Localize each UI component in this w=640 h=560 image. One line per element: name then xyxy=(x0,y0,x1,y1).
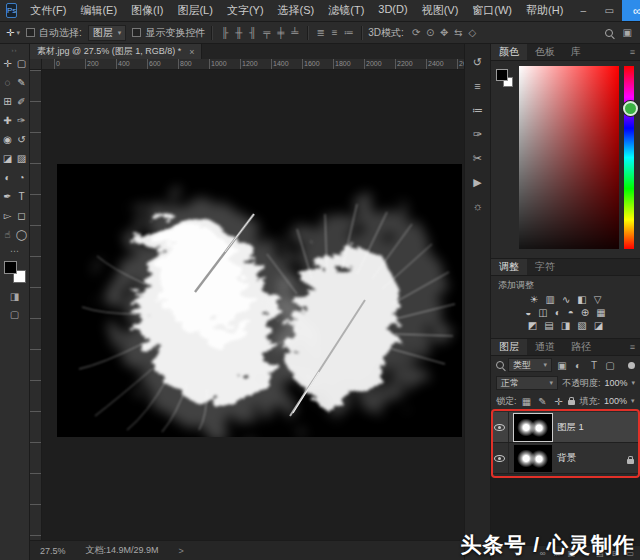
zoom-tool[interactable]: ◯ xyxy=(15,225,29,244)
distribute-top-icon[interactable]: ≣ xyxy=(314,27,327,38)
color-swatches[interactable] xyxy=(4,261,26,283)
shape-tool[interactable]: ◻ xyxy=(15,206,29,225)
saturation-square[interactable] xyxy=(519,66,619,249)
path-select-tool[interactable]: ▻ xyxy=(1,206,15,225)
actions-icon[interactable]: ▶ xyxy=(465,170,490,194)
layer-row-background[interactable]: 背景 xyxy=(491,443,640,474)
3d-slide-icon[interactable]: ⇆ xyxy=(452,27,465,38)
status-more-button[interactable]: > xyxy=(179,546,184,556)
3d-rotate-icon[interactable]: ⟳ xyxy=(410,27,423,38)
gradient-map-icon[interactable]: ▧ xyxy=(577,319,586,332)
hue-strip[interactable] xyxy=(624,66,634,249)
minimize-button[interactable]: – xyxy=(570,0,596,21)
filter-toggle-icon[interactable] xyxy=(628,362,635,369)
menu-item[interactable]: 图像(I) xyxy=(124,3,170,18)
blend-mode-dropdown[interactable]: 正常 ▾ xyxy=(496,376,558,390)
threshold-icon[interactable]: ◨ xyxy=(561,319,570,332)
auto-select-checkbox[interactable]: 自动选择: xyxy=(26,26,82,40)
close-tab-icon[interactable]: × xyxy=(189,47,194,57)
hue-saturation-icon[interactable]: ◒ xyxy=(525,306,531,319)
lock-transparency-icon[interactable]: ▦ xyxy=(520,396,532,407)
menu-item[interactable]: 3D(D) xyxy=(371,3,414,18)
lock-all-icon[interactable] xyxy=(568,400,575,405)
align-middle-icon[interactable]: ╪ xyxy=(274,27,287,38)
menu-item[interactable]: 文件(F) xyxy=(23,3,73,18)
vibrance-icon[interactable]: ▽ xyxy=(594,293,602,306)
quick-select-tool[interactable]: ✎ xyxy=(15,73,29,92)
horizontal-ruler[interactable]: 0200400600800100012001400160018002000220… xyxy=(42,59,464,69)
mini-foreground-swatch[interactable] xyxy=(496,69,508,81)
distribute-middle-icon[interactable]: ≡ xyxy=(328,27,341,38)
align-left-icon[interactable]: ╟ xyxy=(218,27,231,38)
3d-drag-icon[interactable]: ✥ xyxy=(438,27,451,38)
photo-filter-icon[interactable]: ◓ xyxy=(568,306,574,319)
move-tool[interactable]: ✛ xyxy=(1,54,15,73)
filter-type-icon[interactable]: T xyxy=(588,360,600,371)
eyedropper-tool[interactable]: ✐ xyxy=(15,92,29,111)
posterize-icon[interactable]: ▤ xyxy=(544,319,553,332)
brush-panel-icon[interactable]: ✑ xyxy=(465,122,490,146)
clone-stamp-tool[interactable]: ◉ xyxy=(1,130,15,149)
tab-swatches[interactable]: 色板 xyxy=(527,44,563,60)
auto-select-dropdown[interactable]: 图层 ▾ xyxy=(88,25,127,41)
lock-paint-icon[interactable]: ✎ xyxy=(536,396,548,407)
history-icon[interactable]: ↺ xyxy=(465,50,490,74)
opacity-value[interactable]: 100% xyxy=(604,378,627,388)
menu-item[interactable]: 滤镜(T) xyxy=(321,3,371,18)
3d-roll-icon[interactable]: ⊙ xyxy=(424,27,437,38)
align-right-icon[interactable]: ╢ xyxy=(246,27,259,38)
tab-channels[interactable]: 通道 xyxy=(527,339,563,355)
layer-row-layer1[interactable]: 图层 1 xyxy=(491,412,640,443)
quick-mask-button[interactable]: ◨ xyxy=(10,291,19,302)
edit-toolbar-button[interactable]: ⋯ xyxy=(10,246,19,256)
vertical-ruler[interactable] xyxy=(30,70,42,540)
channel-mixer-icon[interactable]: ⊕ xyxy=(581,306,589,319)
hue-marker[interactable] xyxy=(623,101,638,116)
history-brush-tool[interactable]: ↺ xyxy=(15,130,29,149)
brightness-contrast-icon[interactable]: ☀ xyxy=(529,293,538,306)
tab-character[interactable]: 字符 xyxy=(527,259,563,275)
menu-item[interactable]: 窗口(W) xyxy=(465,3,519,18)
blur-tool[interactable]: ◔ xyxy=(15,168,29,187)
tab-libraries[interactable]: 库 xyxy=(563,44,589,60)
toolbar-grip[interactable]: ›› xyxy=(12,47,18,53)
tab-color[interactable]: 颜色 xyxy=(491,44,527,60)
layer-visibility-toggle[interactable] xyxy=(491,412,509,442)
filter-pixel-icon[interactable]: ▣ xyxy=(556,360,568,371)
panel-menu-icon[interactable]: ≡ xyxy=(625,44,640,60)
invert-icon[interactable]: ◩ xyxy=(528,319,537,332)
color-balance-icon[interactable]: ◫ xyxy=(538,306,547,319)
align-center-h-icon[interactable]: ╫ xyxy=(232,27,245,38)
lasso-tool[interactable]: ◌ xyxy=(1,73,15,92)
layer-visibility-toggle[interactable] xyxy=(491,443,509,473)
exposure-icon[interactable]: ◧ xyxy=(577,293,586,306)
tab-adjustments[interactable]: 调整 xyxy=(491,259,527,275)
zoom-level[interactable]: 27.5% xyxy=(40,546,66,556)
layer-name[interactable]: 图层 1 xyxy=(557,421,584,434)
eraser-tool[interactable]: ◪ xyxy=(1,149,15,168)
type-tool[interactable]: T xyxy=(15,187,29,206)
menu-item[interactable]: 选择(S) xyxy=(271,3,322,18)
properties-icon[interactable]: ≡ xyxy=(465,74,490,98)
levels-icon[interactable]: ▥ xyxy=(545,293,554,306)
tab-paths[interactable]: 路径 xyxy=(563,339,599,355)
menu-item[interactable]: 图层(L) xyxy=(170,3,219,18)
selective-color-icon[interactable]: ◪ xyxy=(594,319,603,332)
layer-thumbnail[interactable] xyxy=(514,445,552,472)
filter-adjustment-icon[interactable]: ◐ xyxy=(572,360,584,371)
menu-item[interactable]: 视图(V) xyxy=(415,3,466,18)
share-button[interactable]: ∞ xyxy=(622,0,640,21)
distribute-bottom-icon[interactable]: ≔ xyxy=(342,27,355,38)
canvas-viewport[interactable] xyxy=(42,70,464,540)
maximize-button[interactable]: ▭ xyxy=(596,0,622,21)
menu-item[interactable]: 文字(Y) xyxy=(220,3,271,18)
screen-mode-button[interactable]: ▢ xyxy=(10,309,19,320)
current-tool-button[interactable]: ✛ ▾ xyxy=(6,27,20,38)
filter-shape-icon[interactable]: ▢ xyxy=(604,360,616,371)
canvas[interactable] xyxy=(57,164,462,437)
filter-type-dropdown[interactable]: 类型 ▾ xyxy=(508,358,552,372)
brush-tool[interactable]: ✑ xyxy=(15,111,29,130)
3d-scale-icon[interactable]: ◇ xyxy=(466,27,479,38)
crop-tool[interactable]: ⊞ xyxy=(1,92,15,111)
align-bottom-icon[interactable]: ╧ xyxy=(288,27,301,38)
